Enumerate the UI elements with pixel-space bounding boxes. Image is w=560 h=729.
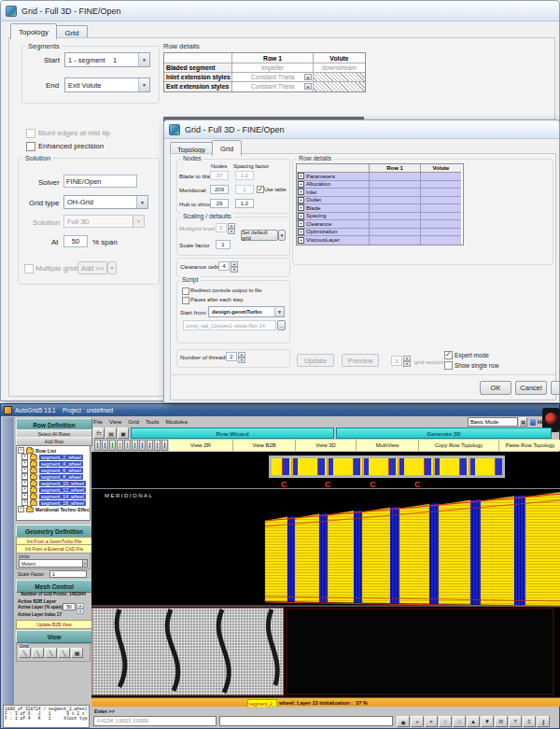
grid-sections-field[interactable]: 3 [391, 356, 402, 366]
dialog-titlebar[interactable]: Grid - Full 3D - FINE/Open [164, 120, 559, 139]
sidebar-scale-factor-field[interactable]: 1 [49, 570, 87, 578]
solver-field[interactable]: FINE/Open [63, 175, 137, 188]
tab-view-b2b[interactable]: View B2B [232, 440, 295, 451]
open-project-icon[interactable]: ▤ [105, 428, 117, 439]
tool-icon-7[interactable] [139, 440, 146, 451]
expand-icon[interactable]: + [298, 220, 304, 227]
update-button[interactable]: Update [297, 354, 334, 367]
threads-spinner[interactable]: ▲▼ [238, 352, 245, 361]
expander-icon[interactable]: + [21, 493, 28, 499]
view-header[interactable]: View [16, 630, 92, 643]
viewport-tool-icon-9[interactable]: ? [509, 716, 522, 727]
tree-segment-item[interactable]: +segment_16_wheel [18, 499, 90, 506]
tree-segment-item[interactable]: +segment_8_wheel [18, 473, 90, 480]
cell[interactable] [421, 213, 461, 221]
mode-menu-icon[interactable]: ▦ [519, 417, 527, 427]
multigrid-spinner[interactable]: ▲▼ [228, 223, 235, 232]
cell[interactable] [421, 189, 461, 197]
spin-down-icon[interactable]: ▼ [403, 361, 411, 367]
expander-icon[interactable]: + [21, 480, 28, 486]
tree-segment-item[interactable]: +segment_10_wheel [18, 480, 90, 486]
preview-button[interactable]: Preview [342, 354, 379, 367]
multiple-grids-checkbox[interactable] [24, 264, 34, 273]
row-blade[interactable]: +Blade [297, 204, 370, 213]
spin-down-icon[interactable]: ▼ [77, 609, 84, 614]
pause-after-step-checkbox[interactable] [182, 297, 189, 304]
dropdown-arrow-icon[interactable]: ▼ [304, 74, 312, 80]
viewport-tool-icon-2[interactable]: + [411, 716, 424, 727]
grid-style-icon-1[interactable]: ╲ [19, 648, 31, 658]
clearance-spinner[interactable]: ▲▼ [231, 261, 238, 271]
cell[interactable] [421, 204, 461, 213]
tree-row-list[interactable]: +Row List [18, 447, 90, 454]
row-outlet[interactable]: +Outlet [297, 197, 370, 205]
cell[interactable] [370, 213, 421, 221]
command-input-secondary[interactable] [219, 716, 393, 726]
row-clearance[interactable]: +Clearance [297, 220, 370, 229]
menu-tools[interactable]: Tools [146, 418, 159, 425]
cell[interactable] [370, 189, 421, 197]
scale-factor-field[interactable]: 1 [216, 240, 231, 249]
viewport-tool-icon-3[interactable]: × [425, 716, 438, 727]
set-default-grid-dropdown-icon[interactable]: ▼ [278, 230, 286, 241]
span-field[interactable]: 50 [63, 235, 88, 247]
tool-icon-6[interactable] [132, 440, 138, 451]
menu-view[interactable]: View [109, 418, 121, 425]
dropdown-arrow-icon[interactable]: ▼ [136, 196, 147, 208]
meridional-nodes-field[interactable]: 209 [210, 185, 229, 194]
basic-mode-dropdown[interactable]: Basic Mode [468, 417, 518, 427]
browse-button[interactable]: ... [277, 320, 286, 330]
cell[interactable] [421, 197, 461, 205]
cell[interactable] [421, 173, 461, 181]
expander-icon[interactable]: + [21, 460, 28, 467]
menu-grid[interactable]: Grid [128, 418, 139, 425]
use-table-checkbox[interactable] [257, 186, 264, 193]
dialog-titlebar[interactable]: Grid - Full 3D - FINE/Open [1, 1, 559, 21]
tab-multiview[interactable]: MultiView [356, 440, 418, 451]
threads-field[interactable]: 2 [226, 352, 237, 361]
expander-icon[interactable]: + [21, 454, 28, 460]
row-viscouslayer[interactable]: +ViscousLayer [297, 236, 370, 245]
cell[interactable] [421, 181, 461, 189]
expander-icon[interactable]: + [21, 486, 28, 493]
start-segment-dropdown[interactable]: 1 - segment 1▼ [64, 52, 150, 67]
add-grid-dropdown-icon[interactable]: ▼ [107, 261, 117, 274]
mesh-viewport[interactable]: C C C C MERIDIONAL [91, 452, 560, 699]
script-file-field[interactable]: comp_rad_Compex1 volute Run 14 [183, 320, 276, 330]
grid-sections-spinner[interactable]: ▲▼ [403, 356, 411, 366]
set-default-grid-button[interactable]: Set default grid [241, 230, 278, 241]
blunt-edges-checkbox[interactable] [26, 129, 35, 138]
update-b2b-view-button[interactable]: Update B2B View [16, 620, 92, 629]
units-dropdown[interactable]: Meters± [19, 559, 88, 568]
tool-icon-5[interactable] [124, 440, 131, 451]
dropdown-arrow-icon[interactable]: ▼ [274, 307, 284, 316]
expand-icon[interactable]: + [298, 189, 304, 195]
cell[interactable] [370, 197, 421, 205]
cell[interactable] [370, 220, 421, 229]
tree-segment-item[interactable]: +segment_14_wheel [18, 493, 90, 499]
viewport-tool-icon-4[interactable]: ○ [439, 716, 452, 727]
clearance-cells-field[interactable]: 4 [218, 261, 230, 271]
spin-down-icon[interactable]: ▼ [228, 229, 235, 234]
dropdown-arrow-icon[interactable]: ± [82, 560, 87, 567]
cell[interactable] [370, 173, 421, 181]
cell[interactable] [421, 236, 461, 245]
grid-style-icon-5[interactable]: ▦ [71, 648, 83, 658]
expand-icon[interactable]: + [298, 213, 304, 219]
viewport-tool-icon-7[interactable]: ▼ [481, 716, 494, 727]
grid-type-dropdown[interactable]: OH-Grid▼ [63, 195, 148, 209]
add-grid-button[interactable]: Add >> [77, 261, 107, 274]
row-wizard-bar[interactable]: Row Wizard [131, 428, 334, 439]
tab-grid[interactable]: Grid [212, 140, 242, 156]
cell[interactable] [370, 236, 421, 245]
spin-down-icon[interactable]: ▼ [238, 357, 245, 363]
cell[interactable] [421, 220, 461, 229]
tree-segment-item[interactable]: +segment_2_wheel [18, 454, 90, 460]
grid-style-icon-4[interactable]: ╲ [58, 648, 70, 658]
cell[interactable] [370, 229, 421, 237]
viewport-tool-icon-10[interactable]: ≡ [523, 716, 536, 727]
tool-icon-3[interactable] [109, 440, 116, 451]
viewport-tool-icon-5[interactable]: □ [453, 716, 466, 727]
tree-segment-item[interactable]: +segment_6_wheel [18, 467, 90, 473]
cancel-button[interactable]: Cancel [515, 381, 547, 395]
